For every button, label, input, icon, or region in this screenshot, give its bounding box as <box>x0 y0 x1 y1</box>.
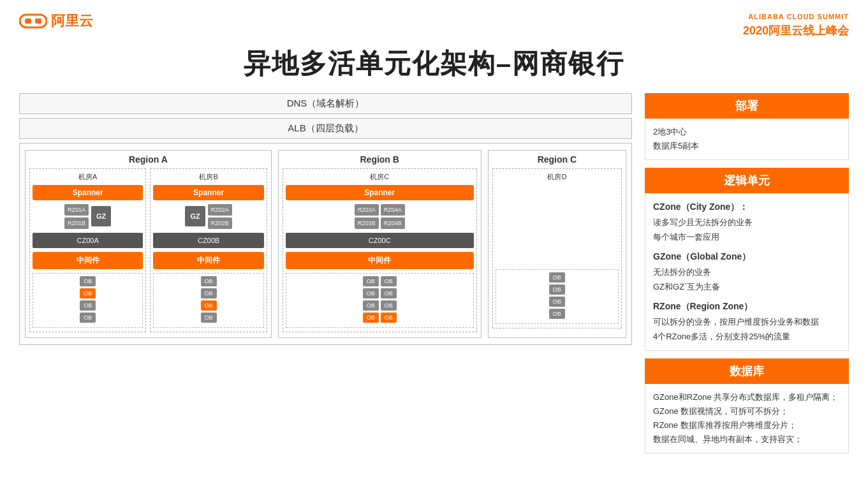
deploy-line1: 2地3中心 <box>653 125 841 139</box>
ob-a1: OB <box>80 276 96 286</box>
logic-body: CZone（City Zone）： 读多写少且无法拆分的业务 每个城市一套应用 … <box>645 193 849 351</box>
ob-b1: OB <box>201 276 217 286</box>
db-line1: GZone和RZone 共享分布式数据库，多租户隔离； <box>653 390 841 404</box>
middleware-a: 中间件 <box>33 252 143 269</box>
spanner-a: Spanner <box>33 185 143 200</box>
info-panel: 部署 2地3中心 数据库5副本 逻辑单元 CZone（City Zone）： 读… <box>645 93 849 454</box>
arch-diagram: DNS（域名解析） ALB（四层负载） Region A 机房A Spanner… <box>19 93 632 454</box>
ob-section-b: OB OB OB OB <box>153 273 263 328</box>
rz01a: RZ01A <box>64 204 89 216</box>
machines-row-c: 机房D OB OB OB OB <box>492 168 622 328</box>
rzone-line1: 可以拆分的业务，按用户维度拆分业务和数据 <box>653 315 841 329</box>
dns-bar: DNS（域名解析） <box>19 93 632 114</box>
middleware-b: 中间件 <box>153 252 263 269</box>
ob-c1a: OB <box>363 276 379 286</box>
cz-a: CZ00A <box>33 233 143 248</box>
ob-b2: OB <box>201 288 217 298</box>
cz-b: CZ00B <box>153 233 263 248</box>
ob-section-d: OB OB OB OB <box>496 269 619 324</box>
machine-a: 机房A Spanner RZ01A RZ01B GZ CZ00A 中间件 <box>29 168 146 332</box>
machines-row-a: 机房A Spanner RZ01A RZ01B GZ CZ00A 中间件 <box>29 168 267 332</box>
summit-line1: ALIBABA CLOUD SUMMIT <box>743 11 849 22</box>
header: 阿里云 ALIBABA CLOUD SUMMIT 2020阿里云线上峰会 <box>0 0 868 40</box>
region-block-b: Region B 机房C Spanner RZ03A RZ04A <box>278 150 482 338</box>
machine-label-b: 机房B <box>153 172 263 182</box>
region-block-a: Region A 机房A Spanner RZ01A RZ01B GZ <box>25 150 272 338</box>
main-content: DNS（域名解析） ALB（四层负载） Region A 机房A Spanner… <box>0 93 868 454</box>
ob-c3a: OB <box>363 300 379 311</box>
machines-row-b: 机房C Spanner RZ03A RZ04A RZ03B RZ04B <box>283 168 477 332</box>
summit-info: ALIBABA CLOUD SUMMIT 2020阿里云线上峰会 <box>743 11 849 40</box>
ob-a4: OB <box>80 313 96 323</box>
rzone-title: RZone（Region Zone） <box>653 299 841 314</box>
logo: 阿里云 <box>19 11 93 31</box>
ob-d1: OB <box>549 272 565 283</box>
ob-a2: OB <box>80 288 96 298</box>
db-body: GZone和RZone 共享分布式数据库，多租户隔离； GZone 数据视情况，… <box>645 384 849 453</box>
region-label-a: Region A <box>29 154 267 165</box>
czone-line1: 读多写少且无法拆分的业务 <box>653 216 841 230</box>
gz-rz-row-c: RZ03A RZ04A RZ03B RZ04B <box>286 204 474 229</box>
region-label-b: Region B <box>283 154 477 165</box>
ob-c4a: OB <box>363 313 379 323</box>
region-label-c: Region C <box>492 154 622 165</box>
rz02b: RZ02B <box>208 217 232 229</box>
ob-b3: OB <box>201 300 217 311</box>
gzone-title: GZone（Global Zone） <box>653 249 841 265</box>
gz-rz-row-a: RZ01A RZ01B GZ <box>33 204 143 229</box>
deploy-body: 2地3中心 数据库5副本 <box>645 119 849 160</box>
rz03a: RZ03A <box>355 204 379 216</box>
spanner-c: Spanner <box>286 185 474 200</box>
czone-title: CZone（City Zone）： <box>653 200 841 215</box>
ob-c3b: OB <box>381 300 397 311</box>
svg-rect-1 <box>25 18 31 24</box>
deploy-section: 部署 2地3中心 数据库5副本 <box>645 93 849 168</box>
ob-c1b: OB <box>381 276 397 286</box>
deploy-line2: 数据库5副本 <box>653 139 841 153</box>
ob-d2: OB <box>549 284 565 295</box>
machine-label-a: 机房A <box>33 172 143 182</box>
ob-a3: OB <box>80 300 96 311</box>
alb-bar: ALB（四层负载） <box>19 118 632 139</box>
gzone-line2: GZ和GZ`互为主备 <box>653 280 841 294</box>
db-section: 数据库 GZone和RZone 共享分布式数据库，多租户隔离； GZone 数据… <box>645 358 849 453</box>
rz04a: RZ04A <box>381 204 405 216</box>
region-block-c: Region C 机房D OB OB OB OB <box>488 150 626 338</box>
rz-stack-a: RZ01A RZ01B <box>64 204 89 229</box>
czone-line2: 每个城市一套应用 <box>653 230 841 244</box>
svg-rect-2 <box>35 18 41 24</box>
rz01b: RZ01B <box>64 217 89 229</box>
cz-c: CZ00C <box>286 233 474 248</box>
logic-header: 逻辑单元 <box>645 168 849 193</box>
gz-b: GZ <box>185 206 205 226</box>
ob-section-c: OB OB OB OB OB OB <box>286 273 474 328</box>
rz03b: RZ03B <box>355 217 379 229</box>
deploy-header: 部署 <box>645 93 849 119</box>
summit-line2: 2020阿里云线上峰会 <box>743 22 849 40</box>
ob-section-a: OB OB OB OB <box>33 273 143 328</box>
middleware-c: 中间件 <box>286 252 474 269</box>
page-title: 异地多活单元化架构–网商银行 <box>0 46 868 82</box>
ob-c2b: OB <box>381 288 397 298</box>
gzone-line1: 无法拆分的业务 <box>653 265 841 279</box>
aliyun-logo-icon <box>19 11 47 31</box>
rz02a: RZ02A <box>208 204 232 216</box>
ob-c4b: OB <box>381 313 397 323</box>
rz04b: RZ04B <box>381 217 405 229</box>
ob-c2a: OB <box>363 288 379 298</box>
ob-d3: OB <box>549 297 565 307</box>
rzone-line2: 4个RZone多活，分别支持25%的流量 <box>653 330 841 344</box>
db-line4: 数据在同城、异地均有副本，支持容灾； <box>653 432 841 446</box>
db-header: 数据库 <box>645 358 849 384</box>
logic-section: 逻辑单元 CZone（City Zone）： 读多写少且无法拆分的业务 每个城市… <box>645 168 849 358</box>
ob-b4: OB <box>201 313 217 323</box>
svg-rect-0 <box>20 15 47 27</box>
machine-c: 机房C Spanner RZ03A RZ04A RZ03B RZ04B <box>283 168 477 332</box>
gz-rz-row-b: GZ RZ02A RZ02B <box>153 204 263 229</box>
machine-label-c: 机房C <box>286 172 474 182</box>
gz-a: GZ <box>91 206 111 226</box>
machine-label-d: 机房D <box>496 172 619 182</box>
logo-text: 阿里云 <box>51 11 93 31</box>
rz-stack-b: RZ02A RZ02B <box>208 204 232 229</box>
machine-d: 机房D OB OB OB OB <box>492 168 622 328</box>
